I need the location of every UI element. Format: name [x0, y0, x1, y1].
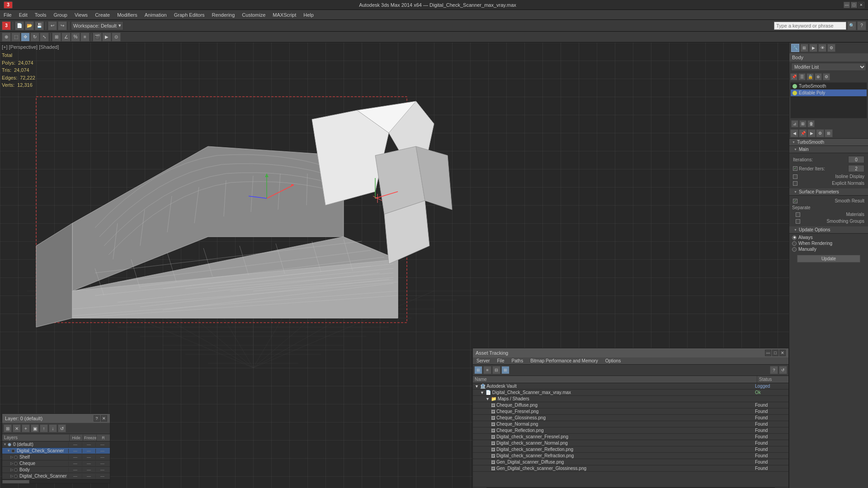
scale-btn[interactable]: ⤡ [40, 33, 49, 42]
smooth-result-checkbox[interactable] [793, 199, 797, 203]
layer-row-cheque[interactable]: ▷ Cheque — — — [2, 460, 110, 467]
at-btn-list2[interactable]: ≡ [483, 366, 491, 374]
menu-animation[interactable]: Animation [141, 11, 170, 19]
at-row-gen-glossiness[interactable]: 🖼 Gen_Digital_check_scanner_Glossiness.p… [473, 465, 788, 472]
funnel-btn[interactable]: ⊿ [791, 120, 798, 127]
at-menu-paths[interactable]: Paths [508, 357, 527, 364]
iterations-input[interactable]: 0 [848, 156, 864, 163]
render-iters-input[interactable]: 2 [848, 165, 864, 172]
title-controls[interactable]: — □ ✕ [844, 2, 864, 8]
at-menu-file[interactable]: File [493, 357, 508, 364]
at-maximize[interactable]: □ [772, 350, 778, 356]
update-button[interactable]: Update [797, 255, 860, 263]
nav-settings[interactable]: ⚙ [816, 129, 824, 137]
at-row-cheque-diffuse[interactable]: 🖼 Cheque_Diffuse.png Found [473, 402, 788, 408]
menu-file[interactable]: File [0, 11, 15, 19]
at-table-body[interactable]: ▼ 🏦 Autodesk Vault Logged ▼ 📄 Digital_Ch… [473, 383, 788, 487]
update-options-title[interactable]: ▼ Update Options [789, 226, 868, 234]
motion-tab[interactable]: ▶ [809, 44, 817, 52]
select-region-btn[interactable]: ⬚ [11, 33, 20, 42]
at-row-dcs-fresnel[interactable]: 🖼 Digital_check_scanner_Fresnel.png Foun… [473, 434, 788, 440]
angle-snap-btn[interactable]: ∠ [61, 33, 71, 42]
render-btn[interactable]: ▶ [102, 33, 111, 42]
undo-btn[interactable]: ↩ [48, 21, 57, 30]
menu-graph-editors[interactable]: Graph Editors [170, 11, 208, 19]
surface-params-title[interactable]: ▼ Surface Parameters [789, 188, 868, 196]
menu-tools[interactable]: Tools [31, 11, 50, 19]
menu-views[interactable]: Views [71, 11, 91, 19]
layer-scrollbar[interactable] [2, 479, 110, 483]
at-btn-refresh[interactable]: ↺ [779, 366, 787, 374]
layer-refresh-btn[interactable]: ↺ [58, 424, 66, 432]
new-file-btn[interactable]: 📄 [15, 21, 24, 30]
redo-btn[interactable]: ↪ [58, 21, 67, 30]
settings-btn[interactable]: ⚙ [823, 73, 830, 80]
when-rendering-option[interactable]: When Rendering [792, 240, 865, 246]
lock-btn[interactable]: 🔒 [807, 73, 814, 80]
nav-pin[interactable]: 📌 [799, 129, 807, 137]
manually-radio[interactable] [792, 247, 797, 252]
toggle-btn[interactable]: ⊕ [815, 73, 822, 80]
render-setup-btn[interactable]: 🎬 [93, 33, 102, 42]
at-row-dcs-refraction[interactable]: 🖼 Digital_check_scanner_Refraction.png F… [473, 453, 788, 459]
layer-dialog-controls[interactable]: ? ✕ [94, 415, 107, 422]
at-btn-list1[interactable]: ⊞ [474, 366, 482, 374]
at-row-scanner-file[interactable]: ▼ 📄 Digital_Check_Scanner_max_vray.max O… [473, 389, 788, 396]
always-radio[interactable] [792, 235, 797, 240]
layer-delete-btn[interactable]: ✕ [13, 424, 21, 432]
menu-customize[interactable]: Customize [238, 11, 269, 19]
menu-rendering[interactable]: Rendering [208, 11, 239, 19]
at-btn-help[interactable]: ? [770, 366, 778, 374]
trash-btn[interactable]: 🗑 [807, 120, 815, 127]
at-menu-options[interactable]: Options [602, 357, 624, 364]
always-option[interactable]: Always [792, 235, 865, 240]
at-row-dcs-reflection[interactable]: 🖼 Digital_check_scanner_Reflection.png F… [473, 446, 788, 453]
save-file-btn[interactable]: 💾 [35, 21, 44, 30]
at-row-dcs-normal[interactable]: 🖼 Digital_check_scanner_Normal.png Found [473, 440, 788, 446]
hierarchy-tab[interactable]: ⊞ [800, 44, 808, 52]
select-object-btn[interactable]: ⊕ [2, 33, 11, 42]
layer-select-btn[interactable]: ▣ [31, 424, 39, 432]
when-rendering-radio[interactable] [792, 241, 797, 246]
at-controls[interactable]: — □ ✕ [765, 350, 786, 356]
minimize-button[interactable]: — [844, 2, 850, 8]
layer-down-btn[interactable]: ↓ [49, 424, 57, 432]
utilities-tab[interactable]: ⚙ [827, 44, 835, 52]
material-editor-btn[interactable]: ⊙ [112, 33, 121, 42]
modifier-turbosmooth[interactable]: TurboSmooth [791, 83, 867, 89]
at-row-gen-diffuse[interactable]: 🖼 Gen_Digital_scanner_Diffuse.png Found [473, 459, 788, 465]
nav-back[interactable]: ◀ [790, 129, 798, 137]
menu-edit[interactable]: Edit [15, 11, 31, 19]
menu-modifiers[interactable]: Modifiers [113, 11, 141, 19]
at-row-cheque-normal[interactable]: 🖼 Cheque_Normal.png Found [473, 421, 788, 427]
modify-tab[interactable]: 🔧 [791, 44, 799, 52]
at-menu-bitmap[interactable]: Bitmap Performance and Memory [527, 357, 602, 364]
materials-checkbox[interactable] [796, 212, 800, 217]
isoline-checkbox[interactable] [793, 174, 797, 179]
open-file-btn[interactable]: 📂 [25, 21, 34, 30]
manually-option[interactable]: Manually [792, 246, 865, 252]
at-row-cheque-reflection[interactable]: 🖼 Cheque_Reflection.png Found [473, 427, 788, 434]
at-row-vault[interactable]: ▼ 🏦 Autodesk Vault Logged [473, 383, 788, 389]
menu-help[interactable]: Help [300, 11, 317, 19]
close-button[interactable]: ✕ [858, 2, 864, 8]
show-all-btn[interactable]: ☰ [798, 73, 806, 80]
display-tab[interactable]: 👁 [818, 44, 826, 52]
menu-create[interactable]: Create [91, 11, 113, 19]
modifier-editable-poly[interactable]: Editable Poly [791, 89, 867, 96]
stack-copy-btn[interactable]: ⊞ [799, 120, 807, 127]
layer-row-scanner[interactable]: ▼ Digital_Check_Scanner — — — [2, 448, 110, 454]
layer-scrollbar-thumb[interactable] [2, 480, 29, 483]
nav-fwd[interactable]: ▶ [807, 129, 816, 137]
modifier-list-dropdown[interactable]: Modifier List [791, 63, 866, 71]
layer-up-btn[interactable]: ↑ [40, 424, 48, 432]
render-iters-checkbox[interactable] [793, 166, 797, 171]
at-close[interactable]: ✕ [779, 350, 786, 356]
at-btn-list3[interactable]: ⊟ [492, 366, 500, 374]
layer-row-dcs[interactable]: ▷ Digital_Check_Scanner — — — [2, 473, 110, 479]
percent-snap-btn[interactable]: % [71, 33, 80, 42]
spinner-snap-btn[interactable]: ≡ [80, 33, 90, 42]
layer-dialog-close[interactable]: ✕ [101, 415, 107, 422]
at-row-cheque-fresnel[interactable]: 🖼 Cheque_Fresnel.png Found [473, 408, 788, 415]
at-menu-server[interactable]: Server [473, 357, 493, 364]
